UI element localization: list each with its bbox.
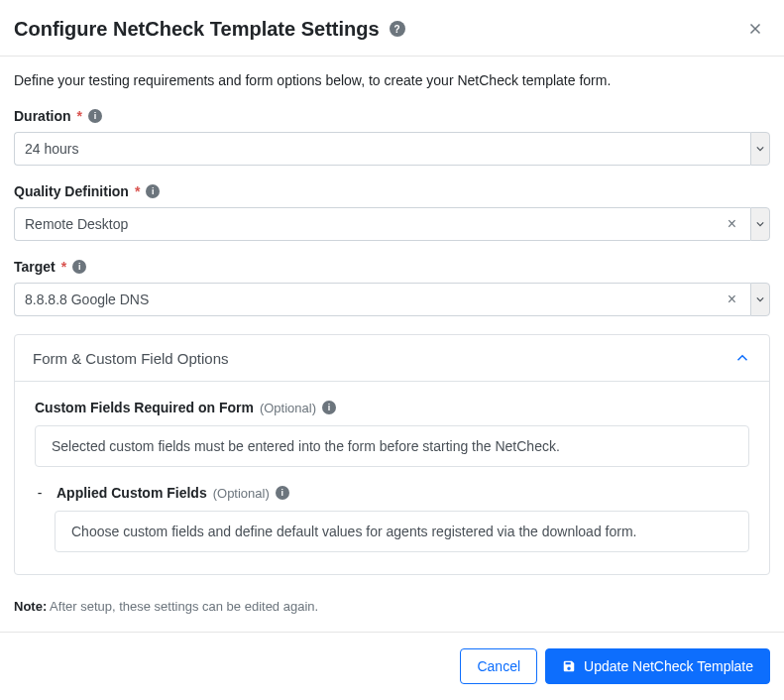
info-icon[interactable]: i [276, 486, 289, 500]
clear-icon[interactable]: × [724, 216, 740, 232]
cancel-button[interactable]: Cancel [460, 648, 537, 684]
target-label: Target * i [14, 259, 770, 275]
panel-header[interactable]: Form & Custom Field Options [15, 335, 769, 381]
quality-field: Quality Definition * i Remote Desktop × [14, 183, 770, 241]
quality-label: Quality Definition * i [14, 183, 770, 199]
caret-down-icon [756, 145, 764, 153]
dropdown-caret[interactable] [750, 207, 770, 241]
duration-value: 24 hours [14, 132, 750, 166]
modal-header: Configure NetCheck Template Settings ? [0, 0, 784, 57]
dropdown-caret[interactable] [750, 283, 770, 316]
required-marker: * [77, 108, 82, 124]
custom-fields-required-input[interactable]: Selected custom fields must be entered i… [35, 425, 749, 467]
applied-custom-fields: - Applied Custom Fields (Optional) i Cho… [35, 485, 749, 552]
info-icon[interactable]: i [322, 401, 336, 414]
required-marker: * [61, 259, 66, 275]
modal-title-text: Configure NetCheck Template Settings [14, 18, 380, 41]
update-template-button[interactable]: Update NetCheck Template [545, 648, 770, 684]
modal-body: Define your testing requirements and for… [0, 57, 784, 632]
note-text: Note: After setup, these settings can be… [14, 599, 770, 614]
quality-select[interactable]: Remote Desktop × [14, 207, 770, 241]
required-marker: * [135, 183, 140, 199]
caret-down-icon [756, 295, 764, 303]
target-select[interactable]: 8.8.8.8 Google DNS × [14, 283, 770, 316]
caret-down-icon [756, 220, 764, 228]
duration-field: Duration * i 24 hours [14, 108, 770, 166]
info-icon[interactable]: i [146, 184, 160, 198]
panel-title: Form & Custom Field Options [33, 350, 229, 367]
modal-title: Configure NetCheck Template Settings ? [14, 18, 405, 41]
target-value: 8.8.8.8 Google DNS × [14, 283, 750, 316]
clear-icon[interactable]: × [724, 292, 740, 307]
help-icon[interactable]: ? [390, 21, 405, 37]
close-button[interactable] [742, 16, 768, 42]
configure-netcheck-modal: Configure NetCheck Template Settings ? D… [0, 0, 784, 700]
quality-value: Remote Desktop × [14, 207, 750, 241]
panel-body: Custom Fields Required on Form (Optional… [15, 381, 769, 574]
duration-label: Duration * i [14, 108, 770, 124]
form-options-panel: Form & Custom Field Options Custom Field… [14, 334, 770, 575]
target-field: Target * i 8.8.8.8 Google DNS × [14, 259, 770, 316]
info-icon[interactable]: i [72, 260, 86, 274]
applied-custom-fields-input[interactable]: Choose custom fields and define default … [55, 511, 749, 552]
collapse-toggle-icon[interactable]: - [35, 485, 45, 501]
close-icon [746, 20, 764, 38]
intro-text: Define your testing requirements and for… [14, 72, 770, 88]
dropdown-caret[interactable] [750, 132, 770, 166]
applied-custom-fields-label: - Applied Custom Fields (Optional) i [35, 485, 749, 501]
custom-fields-required-label: Custom Fields Required on Form (Optional… [35, 400, 749, 415]
duration-select[interactable]: 24 hours [14, 132, 770, 166]
modal-footer: Cancel Update NetCheck Template [0, 632, 784, 700]
custom-fields-required: Custom Fields Required on Form (Optional… [35, 400, 749, 467]
chevron-up-icon [733, 349, 751, 367]
save-icon [562, 659, 576, 673]
info-icon[interactable]: i [88, 109, 102, 123]
